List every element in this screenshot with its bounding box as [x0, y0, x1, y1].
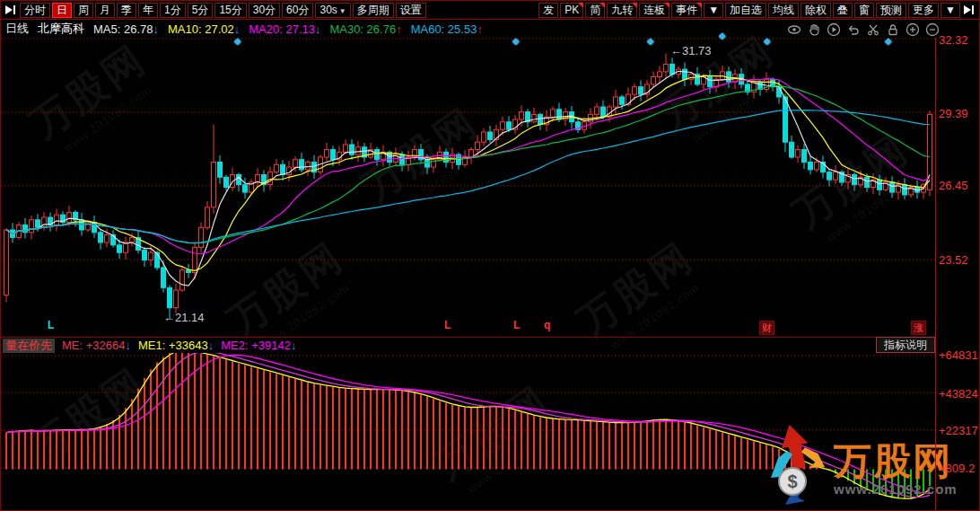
toolbar-right-item-11[interactable]: 窗 [854, 3, 874, 18]
toolbar-right-item-6[interactable]: ▼ [704, 3, 723, 18]
toolbar-item-10[interactable]: 60分 [282, 3, 313, 18]
toolbar-right-item-3[interactable]: 九转 [607, 3, 637, 18]
event-marker[interactable]: 财 [759, 321, 774, 335]
toolbar-item-3[interactable]: 月 [95, 3, 115, 18]
period-toolbar: 分时日周月季年1分5分15分30分60分30s▼多周期设置 [4, 3, 426, 18]
ma20-line [6, 79, 930, 254]
indicator-axis-label: +809.2 [939, 462, 975, 475]
ma-readout-4: MA60: 25.53↑ [411, 22, 483, 36]
price-axis: 32.3229.3926.4523.52+64831+43824+22317+8… [935, 38, 980, 511]
stock-name[interactable]: 北摩高科 [38, 21, 84, 37]
toolbar-item-6[interactable]: 1分 [160, 3, 186, 18]
play-icon[interactable] [827, 22, 841, 37]
toolbar-right-item-5[interactable]: 事件 [671, 3, 702, 18]
scissors-icon[interactable] [866, 22, 880, 37]
indicator-axis-label: +64831 [939, 348, 978, 362]
indicator-chart[interactable] [1, 353, 935, 511]
top-toolbar: 分时日周月季年1分5分15分30分60分30s▼多周期设置 发PK简九转连板事件… [1, 1, 979, 20]
toolbar-item-2[interactable]: 周 [74, 3, 93, 18]
event-marker[interactable]: 涨 [911, 321, 926, 335]
collapse-left-icon[interactable] [4, 3, 18, 17]
trading-app-window: 分时日周月季年1分5分15分30分60分30s▼多周期设置 发PK简九转连板事件… [0, 0, 980, 511]
collapse-right-icon[interactable] [962, 3, 976, 17]
toolbar-item-0[interactable]: 分时 [20, 3, 50, 18]
ma30-line [6, 85, 930, 243]
indicator-header: 量在价先 ME: +32664↓ME1: +33643↓ME2: +39142↓ [1, 337, 935, 353]
event-marker[interactable]: L [48, 319, 54, 331]
toolbar-right-item-13[interactable]: 更多 [908, 3, 939, 18]
indicator-readout-0: ME: +32664↓ [62, 339, 131, 352]
price-axis-label: 23.52 [939, 253, 968, 267]
event-marker[interactable]: q [544, 319, 550, 331]
indicator-help-button[interactable]: 指标说明 [876, 337, 935, 353]
toolbar-right-item-2[interactable]: 简 [585, 3, 605, 18]
toolbar-right-item-14[interactable]: ▼ [941, 3, 960, 18]
indicator-readout-2: ME2: +39142↓ [221, 339, 296, 352]
toolbar-right-item-8[interactable]: 均线 [768, 3, 799, 18]
ma-readout-0: MA5: 26.78↓ [93, 22, 159, 36]
toolbar-right-item-4[interactable]: 连板 [639, 3, 669, 18]
ma-readout-3: MA30: 26.76↑ [329, 22, 401, 36]
price-axis-label: 32.32 [939, 33, 968, 47]
indicator-readout-1: ME1: +33643↓ [138, 339, 214, 352]
ma-readouts: MA5: 26.78↓MA10: 27.02↓MA20: 27.13↓MA30:… [93, 22, 483, 36]
ma-readout-1: MA10: 27.02↓ [168, 22, 240, 36]
toolbar-item-5[interactable]: 年 [138, 3, 158, 18]
toolbar-right-item-0[interactable]: 发 [538, 3, 558, 18]
toolbar-item-7[interactable]: 5分 [188, 3, 214, 18]
event-marker[interactable]: L [444, 319, 451, 331]
chevron-down-icon: ▼ [339, 7, 346, 15]
function-toolbar: 发PK简九转连板事件▼加自选均线除权叠窗预测更多▼ [538, 3, 976, 18]
undo-icon[interactable] [846, 22, 861, 37]
toolbar-right-item-9[interactable]: 除权 [801, 3, 831, 18]
price-axis-label: 26.45 [939, 179, 968, 192]
toolbar-right-item-7[interactable]: 加自选 [725, 3, 766, 18]
zoom-in-icon[interactable] [906, 22, 920, 37]
toolbar-right-item-12[interactable]: 预测 [876, 3, 906, 18]
ma10-line [6, 75, 930, 270]
price-axis-label: 29.39 [939, 107, 968, 120]
event-marker[interactable]: L [513, 319, 520, 331]
indicator-axis-label: +43824 [939, 387, 978, 401]
lock-icon[interactable] [886, 22, 900, 37]
period-label: 日线 [5, 21, 29, 37]
toolbar-item-4[interactable]: 季 [117, 3, 136, 18]
indicator-name[interactable]: 量在价先 [3, 339, 55, 353]
indicator-axis-label: +22317 [939, 424, 978, 437]
toolbar-item-9[interactable]: 30分 [249, 3, 280, 18]
toolbar-item-12[interactable]: 多周期 [353, 3, 394, 18]
indicator-readouts: ME: +32664↓ME1: +33643↓ME2: +39142↓ [62, 339, 296, 352]
toolbar-item-1[interactable]: 日 [52, 3, 72, 18]
ma-readout-2: MA20: 27.13↓ [249, 22, 320, 36]
toolbar-right-item-10[interactable]: 叠 [833, 3, 853, 18]
toolbar-item-8[interactable]: 15分 [214, 3, 246, 18]
hand-icon[interactable] [807, 22, 821, 37]
toolbar-item-13[interactable]: 设置 [396, 3, 426, 18]
chart-tool-icons [787, 21, 934, 38]
eye-icon[interactable] [787, 22, 801, 37]
kline-chart[interactable] [1, 38, 935, 337]
ma60-line [6, 110, 930, 243]
zoom-out-icon[interactable] [925, 22, 940, 37]
toolbar-right-item-1[interactable]: PK [560, 3, 583, 18]
info-bar: 日线 北摩高科 MA5: 26.78↓MA10: 27.02↓MA20: 27.… [1, 20, 786, 38]
toolbar-item-11[interactable]: 30s▼ [315, 3, 350, 18]
